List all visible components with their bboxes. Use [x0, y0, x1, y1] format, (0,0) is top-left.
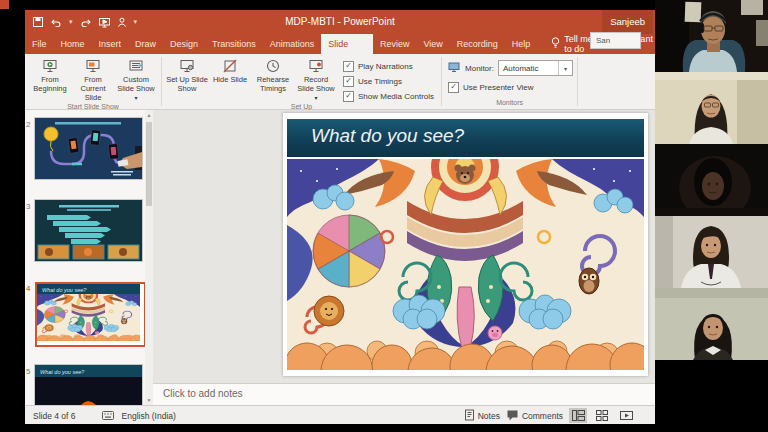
dropdown-arrow-icon: ▾: [134, 95, 137, 101]
custom-slide-show-label: Custom Slide Show: [117, 75, 155, 93]
monitor-icon: [448, 59, 461, 77]
group-set-up: Set Up Slide Show Hide Slide Rehearse Ti…: [162, 54, 441, 109]
keyboard-language-icon[interactable]: [102, 411, 114, 420]
notes-icon: [464, 409, 475, 423]
checkbox-checked-icon: ✓: [343, 61, 354, 72]
slide-show-view-button[interactable]: [617, 408, 635, 423]
tab-design[interactable]: Design: [163, 34, 205, 54]
slide-title-text: What do you see?: [311, 125, 464, 147]
hide-slide-button[interactable]: Hide Slide: [209, 57, 251, 84]
from-current-slide-icon: [85, 58, 101, 75]
ribbon: From Beginning From Current Slide Custom…: [25, 54, 655, 110]
from-beginning-button[interactable]: From Beginning: [29, 57, 71, 93]
slide-canvas[interactable]: What do you see?: [283, 113, 648, 376]
tab-draw[interactable]: Draw: [128, 34, 163, 54]
tab-help[interactable]: Help: [505, 34, 538, 54]
use-presenter-view-checkbox[interactable]: ✓ Use Presenter View: [442, 77, 577, 93]
play-narrations-checkbox[interactable]: ✓ Play Narrations: [343, 61, 434, 72]
custom-slide-show-icon: [128, 58, 144, 75]
hide-slide-label: Hide Slide: [213, 75, 247, 84]
use-timings-label: Use Timings: [358, 77, 402, 86]
group-monitors: Monitor: Automatic ▾ ✓ Use Presenter Vie…: [442, 54, 577, 109]
slide-sorter-view-button[interactable]: [593, 408, 611, 423]
language-indicator[interactable]: English (India): [122, 411, 176, 421]
comments-toggle-button[interactable]: Comments: [506, 409, 563, 423]
scroll-down-icon[interactable]: ▼: [145, 395, 153, 405]
account-popup: San: [590, 32, 641, 49]
thumbnail-5-title: What do you see?: [40, 369, 85, 375]
use-timings-checkbox[interactable]: ✓ Use Timings: [343, 76, 434, 87]
set-up-slide-show-icon: [179, 58, 195, 75]
comments-icon: [506, 409, 519, 423]
record-slide-show-button[interactable]: Record Slide Show ▾: [295, 57, 337, 102]
lightbulb-icon: [551, 37, 560, 51]
use-presenter-view-label: Use Presenter View: [463, 83, 534, 92]
participant-video-strip: [655, 0, 768, 432]
group-start-slide-show: From Beginning From Current Slide Custom…: [25, 54, 161, 109]
play-narrations-label: Play Narrations: [358, 62, 413, 71]
normal-view-button[interactable]: [569, 408, 587, 423]
slide-title-placeholder[interactable]: What do you see?: [287, 119, 644, 157]
rehearse-timings-label: Rehearse Timings: [252, 75, 294, 93]
slide-thumbnail-3[interactable]: [35, 200, 142, 261]
participant-video-4[interactable]: [655, 216, 768, 288]
tab-home[interactable]: Home: [54, 34, 92, 54]
tab-view[interactable]: View: [416, 34, 449, 54]
checkbox-checked-icon: ✓: [343, 76, 354, 87]
set-up-slide-show-label: Set Up Slide Show: [166, 75, 208, 93]
tab-insert[interactable]: Insert: [92, 34, 129, 54]
show-media-controls-label: Show Media Controls: [358, 92, 434, 101]
notes-toggle-button[interactable]: Notes: [464, 409, 500, 423]
record-slide-show-label: Record Slide Show: [297, 75, 335, 93]
from-current-slide-label: From Current Slide: [72, 75, 114, 102]
monitor-label: Monitor:: [465, 64, 494, 73]
account-name[interactable]: Sanjeeb: [602, 10, 653, 34]
custom-slide-show-button[interactable]: Custom Slide Show ▾: [115, 57, 157, 102]
participant-video-5[interactable]: [655, 288, 768, 360]
notes-placeholder: Click to add notes: [163, 388, 243, 399]
slide-thumbnail-panel: 2 3: [25, 110, 146, 405]
title-bar: ▾ ▾ MDP-MBTI - PowerPoint Sanjeeb San: [25, 10, 655, 34]
checkbox-checked-icon: ✓: [343, 91, 354, 102]
slide-editing-area: What do you see?: [153, 110, 655, 383]
tab-review[interactable]: Review: [373, 34, 417, 54]
group-label-monitors: Monitors: [442, 98, 577, 109]
thumbnail-scrollbar[interactable]: ▲ ▼: [145, 110, 153, 405]
from-beginning-icon: [42, 58, 58, 75]
rehearse-timings-button[interactable]: Rehearse Timings: [252, 57, 294, 93]
slide-artwork-image[interactable]: [287, 159, 644, 370]
slide-number: 5: [26, 367, 34, 376]
ribbon-tab-row: File Home Insert Draw Design Transitions…: [25, 34, 655, 54]
tab-slide-show[interactable]: Slide Show: [321, 34, 373, 54]
slide-number: 2: [26, 120, 34, 129]
recording-indicator: [0, 0, 9, 9]
participant-video-3[interactable]: [655, 144, 768, 216]
set-up-slide-show-button[interactable]: Set Up Slide Show: [166, 57, 208, 93]
slide-position-indicator[interactable]: Slide 4 of 6: [33, 411, 76, 421]
record-slide-show-icon: [308, 58, 324, 75]
tab-recording[interactable]: Recording: [450, 34, 505, 54]
tab-transitions[interactable]: Transitions: [205, 34, 263, 54]
slide-thumbnail-5[interactable]: What do you see?: [35, 365, 142, 405]
participant-video-2[interactable]: [655, 72, 768, 144]
from-current-slide-button[interactable]: From Current Slide: [72, 57, 114, 102]
group-separator: [577, 57, 578, 106]
dropdown-arrow-icon: ▾: [558, 61, 572, 75]
monitor-dropdown[interactable]: Automatic ▾: [498, 60, 573, 76]
show-media-controls-checkbox[interactable]: ✓ Show Media Controls: [343, 91, 434, 102]
slide-number-selected: 4: [26, 284, 34, 293]
participant-video-1[interactable]: [655, 0, 768, 72]
scroll-up-icon[interactable]: ▲: [145, 110, 153, 120]
shared-screen: ▾ ▾ MDP-MBTI - PowerPoint Sanjeeb San Fi…: [0, 0, 768, 432]
status-bar: Slide 4 of 6 English (India) Notes Comme…: [25, 405, 655, 424]
scrollbar-thumb[interactable]: [146, 122, 152, 206]
rehearse-timings-icon: [265, 58, 281, 75]
tab-animations[interactable]: Animations: [263, 34, 322, 54]
slide-thumbnail-2[interactable]: [35, 118, 142, 179]
slide-thumbnail-4[interactable]: What do you see?: [35, 282, 146, 347]
hide-slide-icon: [222, 58, 238, 75]
notes-button-label: Notes: [478, 411, 500, 421]
thumbnail-4-title: What do you see?: [42, 287, 87, 293]
notes-pane[interactable]: Click to add notes: [153, 383, 655, 406]
tab-file[interactable]: File: [25, 34, 54, 54]
